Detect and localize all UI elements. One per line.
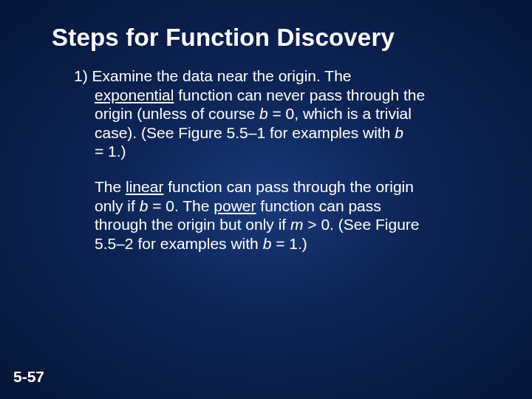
text: 0. (See Figure [317,216,420,233]
text: case). (See Figure 5.5–1 for examples wi… [95,124,395,141]
page-number: 5-57 [13,368,44,386]
text: 0, which is a trivial [282,105,412,122]
slide-title: Steps for Function Discovery [0,0,532,52]
text-line: exponential function can never pass thro… [74,86,480,105]
equals-symbol: = [276,235,284,252]
text: Examine the data near the origin. The [92,67,352,84]
greater-than-symbol: > [307,216,316,233]
slide-body: 1) Examine the data near the origin. The… [0,52,532,253]
text: function can never pass through the [174,86,425,103]
paragraph-2: The linear function can pass through the… [74,177,480,253]
text: The [95,178,126,195]
text: only if [95,197,140,214]
step-number: 1) [74,67,92,84]
text: function can pass [256,197,381,214]
text-line: 5.5–2 for examples with b = 1.) [95,234,480,253]
underline-power: power [214,197,256,214]
text: function can pass through the origin [163,178,414,195]
equals-symbol: = [95,143,103,160]
text: 0. The [161,197,214,214]
slide: Steps for Function Discovery 1) Examine … [0,0,532,399]
var-b: b [263,235,276,252]
var-b: b [140,197,153,214]
text-line: The linear function can pass through the… [95,177,480,197]
step-1: 1) Examine the data near the origin. The… [74,66,480,161]
var-b: b [259,105,273,122]
text: 5.5–2 for examples with [95,235,263,252]
var-b: b [395,124,403,141]
text-line: through the origin but only if m > 0. (S… [95,215,480,234]
equals-symbol: = [272,105,281,122]
equals-symbol: = [152,197,161,214]
text: 1.) [284,235,307,252]
text-line: origin (unless of course b = 0, which is… [74,104,480,123]
underline-linear: linear [126,178,163,195]
text: through the origin but only if [95,216,290,233]
text-line: = 1.) [74,142,480,161]
text: 1.) [103,143,126,160]
var-m: m [290,216,307,233]
text-line: case). (See Figure 5.5–1 for examples wi… [74,123,480,143]
text: origin (unless of course [95,105,259,122]
text-line: only if b = 0. The power function can pa… [95,197,480,216]
underline-exponential: exponential [95,86,174,103]
